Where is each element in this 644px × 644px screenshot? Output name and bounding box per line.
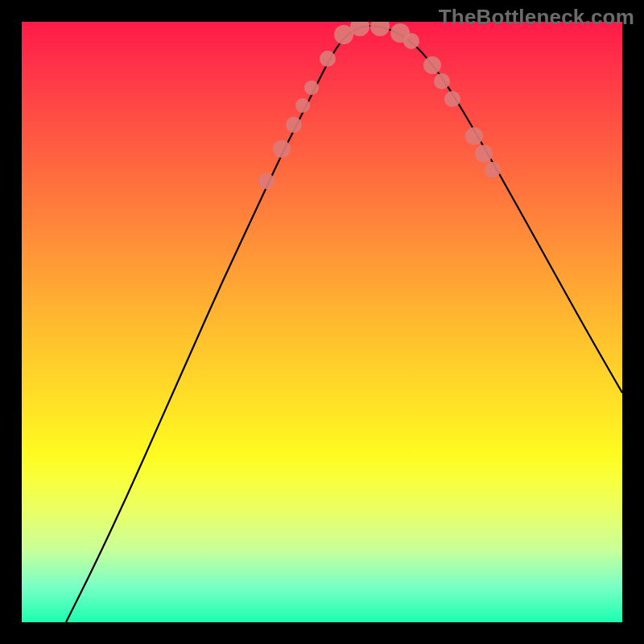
curve-marker xyxy=(475,145,493,163)
curve-marker xyxy=(286,117,302,133)
curve-marker xyxy=(273,140,291,158)
curve-marker xyxy=(295,98,310,113)
curve-svg xyxy=(22,22,622,622)
curve-marker xyxy=(434,73,450,89)
curve-marker xyxy=(370,22,390,36)
curve-marker xyxy=(465,127,483,145)
marker-group xyxy=(258,22,501,189)
curve-marker xyxy=(444,91,460,107)
curve-marker xyxy=(423,56,441,74)
curve-marker xyxy=(485,162,501,178)
curve-marker xyxy=(258,173,275,189)
curve-marker xyxy=(304,80,319,95)
curve-marker xyxy=(403,33,419,49)
plot-area xyxy=(22,22,622,622)
curve-group xyxy=(66,26,622,622)
curve-marker xyxy=(320,51,336,67)
watermark-text: TheBottleneck.com xyxy=(439,5,634,30)
bottleneck-curve xyxy=(66,26,622,622)
chart-frame: TheBottleneck.com xyxy=(0,0,644,644)
